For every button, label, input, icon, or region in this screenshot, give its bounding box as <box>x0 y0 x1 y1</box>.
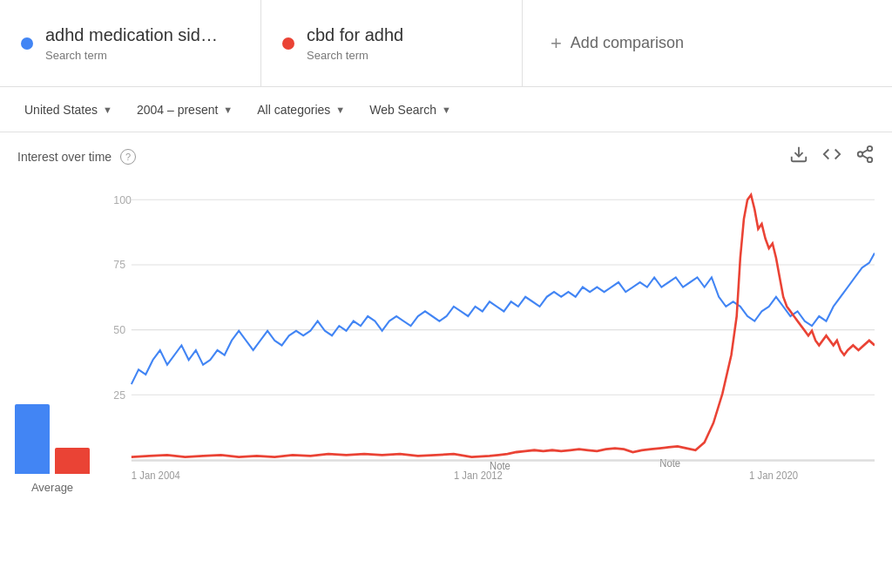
period-label: 2004 – present <box>137 103 218 117</box>
blue-avg-bar <box>15 404 50 474</box>
section-header: Interest over time ? <box>0 132 892 180</box>
bar-group <box>15 369 90 474</box>
term1-dot <box>21 37 33 50</box>
svg-text:100: 100 <box>113 193 132 206</box>
add-comparison-label: Add comparison <box>571 34 684 52</box>
download-icon[interactable] <box>789 145 808 168</box>
period-arrow: ▼ <box>223 105 233 115</box>
term2-dot <box>282 37 294 50</box>
svg-point-2 <box>858 152 863 157</box>
average-bar-section: Average <box>0 180 105 520</box>
blue-trend-line <box>132 253 875 384</box>
term1-label: adhd medication sid… <box>45 25 218 45</box>
plus-icon: + <box>551 32 562 55</box>
help-icon[interactable]: ? <box>120 149 136 165</box>
svg-text:75: 75 <box>113 258 125 272</box>
embed-icon[interactable] <box>822 145 841 168</box>
svg-point-3 <box>868 158 873 163</box>
search-term-1: adhd medication sid… Search term <box>0 0 261 86</box>
svg-text:1 Jan 2020: 1 Jan 2020 <box>749 470 798 482</box>
share-icon[interactable] <box>855 145 875 168</box>
svg-text:50: 50 <box>113 323 125 337</box>
svg-text:25: 25 <box>113 388 125 402</box>
trend-chart: 100 75 50 25 Note Note 1 Jan 2004 1 Jan … <box>105 180 875 520</box>
filters-row: United States ▼ 2004 – present ▼ All cat… <box>0 87 892 132</box>
term2-type: Search term <box>307 49 403 62</box>
header-row: adhd medication sid… Search term cbd for… <box>0 0 892 87</box>
search-term-2: cbd for adhd Search term <box>261 0 523 86</box>
search-type-filter[interactable]: Web Search ▼ <box>359 98 462 122</box>
categories-label: All categories <box>257 103 330 117</box>
svg-line-4 <box>862 155 868 159</box>
svg-point-1 <box>868 146 873 152</box>
svg-text:1 Jan 2004: 1 Jan 2004 <box>132 470 180 482</box>
categories-arrow: ▼ <box>335 105 345 115</box>
term2-label: cbd for adhd <box>307 25 403 45</box>
svg-line-5 <box>862 150 868 153</box>
svg-text:1 Jan 2012: 1 Jan 2012 <box>454 470 503 482</box>
region-filter[interactable]: United States ▼ <box>14 98 123 122</box>
period-filter[interactable]: 2004 – present ▼ <box>126 98 243 122</box>
red-trend-line <box>132 195 875 457</box>
red-avg-bar <box>55 448 90 474</box>
categories-filter[interactable]: All categories ▼ <box>247 98 355 122</box>
chart-area: Average 100 75 50 25 Note Note 1 <box>0 180 892 529</box>
add-comparison-button[interactable]: + Add comparison <box>523 0 892 86</box>
region-label: United States <box>24 103 98 117</box>
region-arrow: ▼ <box>103 105 112 115</box>
svg-text:Note: Note <box>659 456 680 469</box>
section-title: Interest over time <box>17 150 112 164</box>
trend-chart-container: 100 75 50 25 Note Note 1 Jan 2004 1 Jan … <box>105 180 892 520</box>
term1-type: Search term <box>45 49 218 62</box>
average-label: Average <box>31 481 73 494</box>
search-type-arrow: ▼ <box>442 105 451 115</box>
search-type-label: Web Search <box>369 103 436 117</box>
